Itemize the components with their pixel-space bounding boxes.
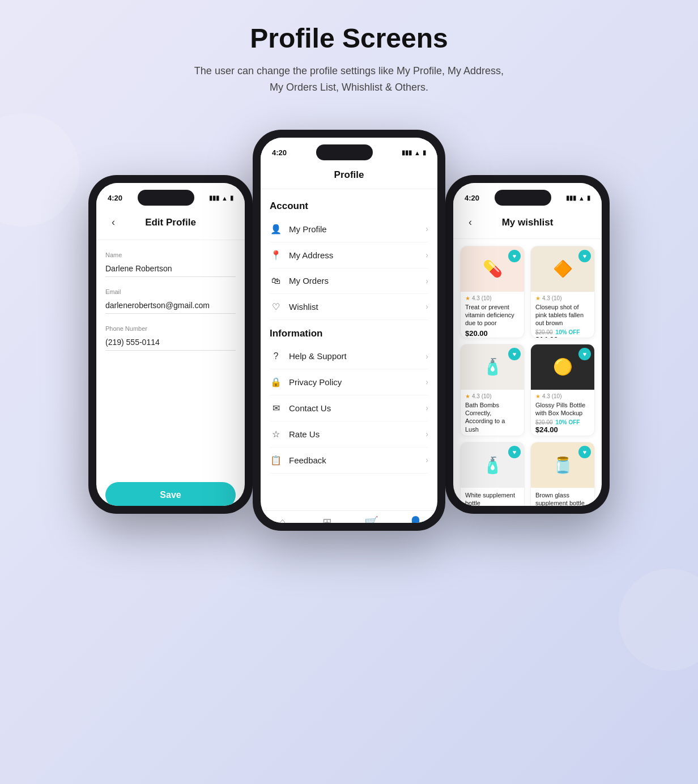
product-emoji-1: 💊 <box>483 259 503 278</box>
my-profile-label: My Profile <box>289 224 425 234</box>
rate-us-chevron: › <box>425 429 428 438</box>
profile-menu-screen: 4:20 ▮▮▮ ▲ ▮ Profile Account 👤 My Profil… <box>261 138 437 523</box>
wishlist-heart-2: ♥ <box>578 250 591 262</box>
save-button[interactable]: Save <box>105 482 236 506</box>
nav-cart[interactable]: 🛒 Cart <box>349 515 393 523</box>
product-card-5[interactable]: 🧴 ♥ White supplement bottle <box>460 442 525 506</box>
wifi-icon: ▲ <box>414 150 420 156</box>
wishlist-header: ‹ My wishlist <box>453 209 602 239</box>
menu-item-wishlist[interactable]: ♡ Wishlist › <box>270 294 428 320</box>
product-card-4[interactable]: 🟡 ♥ ★ 4.3 (10) Glossy Pills Bottle with … <box>530 344 595 436</box>
price-row-4: $20.00 10% OFF <box>535 419 590 425</box>
contact-us-label: Contact Us <box>289 403 425 413</box>
product-img-5: 🧴 ♥ <box>461 442 524 488</box>
menu-item-privacy-policy[interactable]: 🔒 Privacy Policy › <box>270 369 428 395</box>
menu-body: Account 👤 My Profile › 📍 My Address › 🛍 … <box>261 189 437 510</box>
product-rating-3: ★ 4.3 (10) <box>465 393 520 399</box>
nav-home[interactable]: ⌂ Home <box>261 515 305 523</box>
phone-input[interactable] <box>105 334 236 351</box>
name-input[interactable] <box>105 261 236 277</box>
page-title: Profile Screens <box>250 23 448 54</box>
edit-profile-body: Name Email Phone Number <box>96 240 245 482</box>
back-button-wishlist[interactable]: ‹ <box>462 215 478 231</box>
star-icon-3: ★ <box>465 393 470 399</box>
product-name-2: Closeup shot of pink tablets fallen out … <box>535 303 590 327</box>
my-orders-icon: 🛍 <box>270 276 282 286</box>
name-field-group: Name <box>105 252 236 277</box>
phone-label: Phone Number <box>105 325 236 332</box>
name-label: Name <box>105 252 236 258</box>
my-profile-chevron: › <box>425 224 428 233</box>
page-subtitle: The user can change the profile settings… <box>190 63 508 96</box>
product-name-3: Bath Bombs Correctly, According to a Lus… <box>465 401 520 433</box>
product-rating-2: ★ 4.3 (10) <box>535 295 590 301</box>
status-icons-left: ▮▮▮ ▲ ▮ <box>209 194 233 202</box>
feedback-label: Feedback <box>289 455 425 465</box>
nav-profile[interactable]: 👤 Profile <box>393 515 437 523</box>
discount-3: 10% OFF <box>486 436 510 436</box>
wishlist-icon: ♡ <box>270 301 282 312</box>
rating-value-2: 4.3 (10) <box>542 295 561 301</box>
profile-nav-icon: 👤 <box>408 515 423 523</box>
phones-row: 4:20 ▮▮▮ ▲ ▮ ‹ Edit Profile Name <box>37 130 661 531</box>
menu-item-my-address[interactable]: 📍 My Address › <box>270 242 428 269</box>
email-input[interactable] <box>105 297 236 314</box>
back-button[interactable]: ‹ <box>105 215 121 231</box>
menu-item-my-profile[interactable]: 👤 My Profile › <box>270 216 428 242</box>
product-card-1[interactable]: 💊 ♥ ★ 4.3 (10) Treat or prevent vitamin … <box>460 246 525 338</box>
status-bar-right: 4:20 ▮▮▮ ▲ ▮ <box>453 183 602 209</box>
battery-icon: ▮ <box>423 149 426 156</box>
my-address-icon: 📍 <box>270 250 282 261</box>
feedback-icon: 📋 <box>270 455 282 466</box>
deco-circle-right <box>619 569 698 671</box>
signal-icon: ▮▮▮ <box>402 149 412 156</box>
product-price-1: $20.00 <box>465 329 520 338</box>
my-orders-chevron: › <box>425 276 428 286</box>
product-rating-4: ★ 4.3 (10) <box>535 393 590 399</box>
email-field-group: Email <box>105 288 236 314</box>
edit-profile-content: ‹ Edit Profile Name Email Phone Number <box>96 209 245 506</box>
product-card-6[interactable]: 🫙 ♥ Brown glass supplement bottle <box>530 442 595 506</box>
product-info-2: ★ 4.3 (10) Closeup shot of pink tablets … <box>531 292 594 338</box>
product-name-1: Treat or prevent vitamin deficiency due … <box>465 303 520 327</box>
product-card-3[interactable]: 🧴 ♥ ★ 4.3 (10) Bath Bombs Correctly, Acc… <box>460 344 525 436</box>
product-name-5: White supplement bottle <box>465 491 520 506</box>
status-bar-center: 4:20 ▮▮▮ ▲ ▮ <box>261 138 437 164</box>
phone-field-group: Phone Number <box>105 325 236 351</box>
menu-item-help-support[interactable]: ? Help & Support › <box>270 344 428 369</box>
menu-item-contact-us[interactable]: ✉ Contact Us › <box>270 395 428 421</box>
my-profile-icon: 👤 <box>270 224 282 235</box>
product-rating-1: ★ 4.3 (10) <box>465 295 520 301</box>
rate-us-icon: ☆ <box>270 429 282 440</box>
product-price-2: $14.00 <box>535 335 590 338</box>
home-nav-icon: ⌂ <box>279 515 286 523</box>
product-card-2[interactable]: 🔶 ♥ ★ 4.3 (10) Closeup shot of pink tabl… <box>530 246 595 338</box>
nav-categories[interactable]: ⊞ Categories <box>305 515 349 523</box>
bottom-nav: ⌂ Home ⊞ Categories 🛒 Cart 👤 Profile <box>261 510 437 523</box>
original-price-4: $20.00 <box>535 419 553 425</box>
privacy-policy-label: Privacy Policy <box>289 377 425 387</box>
edit-profile-screen: 4:20 ▮▮▮ ▲ ▮ ‹ Edit Profile Name <box>96 183 245 506</box>
time-right: 4:20 <box>465 194 479 202</box>
menu-item-feedback[interactable]: 📋 Feedback › <box>270 448 428 474</box>
product-info-6: Brown glass supplement bottle <box>531 488 594 506</box>
product-emoji-6: 🫙 <box>553 456 573 475</box>
price-row-2: $20.00 10% OFF <box>535 329 590 335</box>
account-section-title: Account <box>270 201 428 212</box>
phone-profile-menu: 4:20 ▮▮▮ ▲ ▮ Profile Account 👤 My Profil… <box>253 130 445 531</box>
wishlist-heart-4: ♥ <box>578 348 591 360</box>
product-img-4: 🟡 ♥ <box>531 344 594 390</box>
contact-us-chevron: › <box>425 403 428 412</box>
product-emoji-5: 🧴 <box>483 456 503 475</box>
dynamic-island-left <box>138 190 194 206</box>
help-support-label: Help & Support <box>289 351 425 361</box>
menu-item-my-orders[interactable]: 🛍 My Orders › <box>270 269 428 294</box>
my-orders-label: My Orders <box>289 276 425 286</box>
product-emoji-4: 🟡 <box>553 357 573 376</box>
privacy-policy-chevron: › <box>425 377 428 386</box>
my-address-chevron: › <box>425 250 428 259</box>
menu-item-rate-us[interactable]: ☆ Rate Us › <box>270 421 428 448</box>
product-info-4: ★ 4.3 (10) Glossy Pills Bottle with Box … <box>531 390 594 436</box>
information-section-title: Information <box>270 328 428 339</box>
product-emoji-2: 🔶 <box>553 259 573 278</box>
